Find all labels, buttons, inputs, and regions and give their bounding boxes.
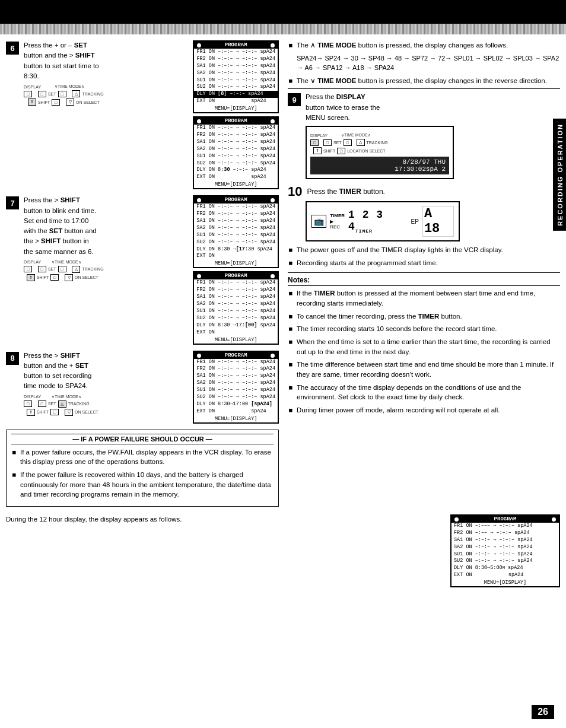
note-text-2: To cancel the timer recording, press the… bbox=[297, 311, 462, 322]
prog-row: SA2 ON –:–:– → –:–:– spA24 bbox=[194, 380, 278, 387]
prog-row: SU1 ON –:–:– → –:–:– spA24 bbox=[194, 308, 278, 315]
bullet-icon: ■ bbox=[288, 337, 294, 357]
step-9-diagram: DISPLAY ∨TIME MODE∧ □ □ SET □ △ TRACKING bbox=[310, 133, 449, 154]
step-10-block: 10 Press the TIMER button. 📺 TIMER ▶ REC… bbox=[288, 185, 560, 268]
timer-info: TIMER ▶ REC bbox=[330, 213, 345, 230]
step-6-diagram: DISPLAY ∨TIME MODE∧ □ □ SET □ △ TRACKING bbox=[24, 84, 188, 106]
step-7-number: 7 bbox=[6, 196, 19, 209]
top-header bbox=[0, 0, 566, 24]
step-6-text: Press the + or – SET button and the > SH… bbox=[24, 40, 188, 81]
prog-row: SU1 ON –:–:– → –:–:– spA24 bbox=[194, 387, 278, 394]
prog-row: FR1 ON –:–:– → –:–:– spA24 bbox=[194, 49, 278, 56]
side-label-text: RECORDING OPERATION bbox=[557, 123, 564, 226]
prog-row: DLY ON 8:30→5:00M spA24 bbox=[451, 565, 559, 572]
bullet-icon: ■ bbox=[288, 311, 294, 322]
bullet-icon: ■ bbox=[288, 405, 294, 415]
prog-menu: MENU=[DISPLAY] bbox=[194, 260, 278, 267]
note-1: ■ If the TIMER button is pressed at the … bbox=[288, 288, 560, 308]
right-column: ■ The ∧ TIME MODE button is pressed, the… bbox=[285, 40, 560, 511]
step-9-block: 9 Press the DISPLAY button twice to eras… bbox=[288, 92, 560, 179]
step-6-block: 6 Press the + or – SET button and the > … bbox=[6, 40, 279, 189]
step-6-number: 6 bbox=[6, 42, 19, 55]
prog-row: SU1 ON –:–:– → –:–:– spA24 bbox=[451, 551, 559, 558]
step-8-content: Press the > SHIFT button and the + SET b… bbox=[24, 351, 188, 424]
program-header-1: PROGRAM bbox=[194, 42, 278, 49]
prog-row: EXT ON spA24 bbox=[194, 98, 278, 105]
power-failure-title: — IF A POWER FAILURE SHOULD OCCUR — bbox=[11, 434, 274, 444]
step-7-block: 7 Press the > SHIFT button to blink end … bbox=[6, 195, 279, 344]
step-9-display-time: 8/28/97 THU17:30:02spA 2 bbox=[310, 157, 449, 174]
note-text-3: The timer recording starts 10 seconds be… bbox=[297, 324, 497, 334]
step-7-table-2: PROGRAM FR1 ON –:–:– → –:–:– spA24 FR2 O… bbox=[193, 271, 279, 344]
pf-text-2: If the power failure is recovered within… bbox=[20, 470, 274, 500]
prog-row: SA1 ON –:–:– → –:–:– spA24 bbox=[194, 63, 278, 70]
prog-row: EXT ON spA24 bbox=[194, 408, 278, 415]
prog-row: DLY ON 8:30 →[17:30 spA24 bbox=[194, 246, 278, 253]
prog-row: DLY ON 8:30→17:00 [spA24] bbox=[194, 401, 278, 408]
ep-label: EP bbox=[411, 218, 419, 225]
step-10-bullet-1: ■ The power goes off and the TIMER displ… bbox=[288, 245, 560, 255]
prog-menu: MENU=[DISPLAY] bbox=[194, 105, 278, 112]
step-7-text: Press the > SHIFT button to blink end ti… bbox=[24, 195, 188, 257]
prog-row: SU2 ON –:–:– → –:–:– spA24 bbox=[194, 315, 278, 322]
step-7-diagram: DISPLAY ∨TIME MODE∧ □ □ SET □ △ TRACKING bbox=[24, 260, 188, 281]
pf-item-1: ■ If a power failure occurs, the PW.FAIL… bbox=[11, 447, 274, 467]
divider bbox=[288, 88, 560, 89]
note-text-6: The accuracy of the time display depends… bbox=[297, 383, 560, 402]
step-8-number: 8 bbox=[6, 352, 19, 365]
step-9-text: Press the DISPLAY button twice to erase … bbox=[306, 92, 560, 123]
prog-row: SA2 ON –:–:– → –:–:– spA24 bbox=[194, 225, 278, 232]
right-bullet-1-text: The ∧ TIME MODE button is pressed, the d… bbox=[297, 40, 508, 50]
bullet-icon: ■ bbox=[288, 383, 294, 402]
prog-row: EXT ON spA24 bbox=[194, 174, 278, 181]
notes-divider bbox=[288, 272, 560, 273]
prog-row: FR1 ON –:–:– → –:–:– spA24 bbox=[194, 359, 278, 366]
prog-row: SU1 ON –:–:– → –:–:– spA24 bbox=[194, 153, 278, 160]
prog-row: FR2 ON –:–– → –:–:– spA24 bbox=[451, 530, 559, 537]
bottom-program-table: PROGRAM FR1 ON –:––– → –:–:– spA24 FR2 O… bbox=[450, 514, 560, 587]
left-column: 6 Press the + or – SET button and the > … bbox=[6, 40, 279, 511]
step-7-content: Press the > SHIFT button to blink end ti… bbox=[24, 195, 188, 344]
prog-menu: MENU=[DISPLAY] bbox=[194, 336, 278, 344]
note-3: ■ The timer recording starts 10 seconds … bbox=[288, 324, 560, 334]
timer-digits: 1 2 3 4TIMER bbox=[348, 209, 408, 234]
bullet-icon: ■ bbox=[288, 288, 294, 308]
bullet-icon: ■ bbox=[288, 40, 294, 50]
step-10-bullet-2: ■ Recording starts at the programmed sta… bbox=[288, 258, 560, 268]
step-9-display-box: DISPLAY ∨TIME MODE∧ □ □ SET □ △ TRACKING bbox=[306, 126, 454, 179]
pf-text-1: If a power failure occurs, the PW.FAIL d… bbox=[20, 447, 274, 467]
timer-label: TIMER bbox=[330, 213, 345, 218]
tv-icon: 📺 bbox=[311, 215, 326, 228]
prog-row: EXT ON bbox=[194, 253, 278, 260]
prog-menu: MENU=[DISPLAY] bbox=[451, 579, 559, 586]
step-9-content: Press the DISPLAY button twice to erase … bbox=[306, 92, 560, 179]
prog-row: SA1 ON –:–:– → –:–:– spA24 bbox=[194, 218, 278, 225]
prog-row: SA2 ON –:–:– → –:–:– spA24 bbox=[451, 544, 559, 551]
notes-section: Notes: ■ If the TIMER button is pressed … bbox=[288, 276, 560, 415]
note-4: ■ When the end time is set to a time ear… bbox=[288, 337, 560, 357]
note-7: ■ During timer power off mode, alarm rec… bbox=[288, 405, 560, 415]
page-number: 26 bbox=[532, 705, 554, 719]
prog-row: SA2 ON –:–:– → –:–:– spA24 bbox=[194, 301, 278, 308]
bottom-section: PROGRAM FR1 ON –:––– → –:–:– spA24 FR2 O… bbox=[0, 514, 566, 533]
note-2: ■ To cancel the timer recording, press t… bbox=[288, 311, 560, 322]
bullet-icon: ■ bbox=[288, 360, 294, 379]
prog-row: EXT ON spA24 bbox=[451, 572, 559, 579]
power-failure-box: — IF A POWER FAILURE SHOULD OCCUR — ■ If… bbox=[6, 430, 279, 507]
prog-row: DLY ON 8:30 →17:[00] spA24 bbox=[194, 322, 278, 329]
bottom-program-header: PROGRAM bbox=[451, 516, 559, 523]
prog-row: SA1 ON –:–:– → –:–:– spA24 bbox=[194, 294, 278, 301]
note-text-1: If the TIMER button is pressed at the mo… bbox=[297, 288, 560, 308]
prog-row: SU2 ON –:–:– → –:–:– spA24 bbox=[451, 558, 559, 565]
bullet-icon: ■ bbox=[11, 470, 17, 500]
step-8-table: PROGRAM FR1 ON –:–:– → –:–:– spA24 FR2 O… bbox=[193, 351, 279, 424]
step-10-text: Press the TIMER button. bbox=[307, 187, 384, 196]
bullet-icon: ■ bbox=[288, 245, 294, 255]
prog-row: FR1 ON –:––– → –:–:– spA24 bbox=[451, 523, 559, 530]
prog-row: SA2 ON –:–:– → –:–:– spA24 bbox=[194, 146, 278, 153]
prog-row: SU1 ON –:–:– → –:–:– spA24 bbox=[194, 232, 278, 239]
step-8-diagram: DISPLAY ∨TIME MODE∧ □ □ SET △ TRACKING ⇑ bbox=[24, 395, 188, 416]
prog-row: FR2 ON –:–:– → –:–:– spA24 bbox=[194, 211, 278, 218]
prog-row: EXT ON bbox=[194, 329, 278, 336]
note-text-4: When the end time is set to a time earli… bbox=[297, 337, 560, 357]
